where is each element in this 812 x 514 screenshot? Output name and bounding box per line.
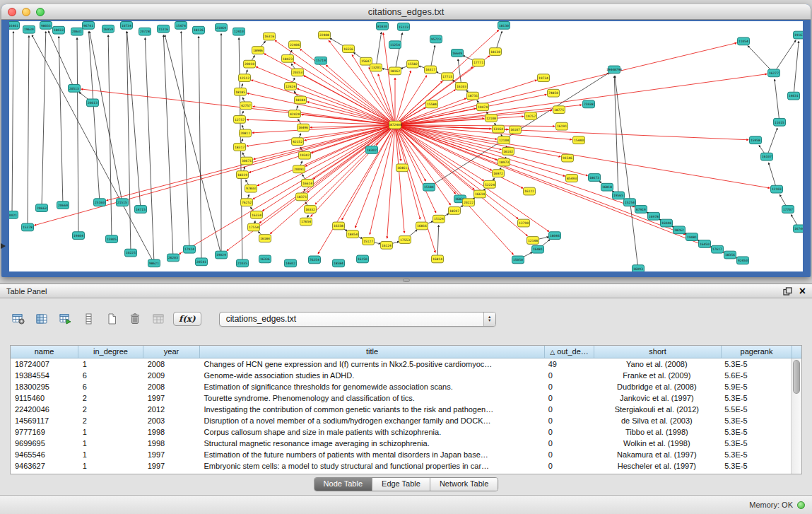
graph-node[interactable]: 18673 xyxy=(589,174,601,182)
graph-node[interactable]: 18185 xyxy=(235,88,247,95)
graph-node[interactable]: 20541 xyxy=(196,258,208,266)
graph-node[interactable]: 18423 xyxy=(282,54,294,62)
create-column-button[interactable] xyxy=(103,310,120,327)
graph-node[interactable]: 12148 xyxy=(527,237,539,245)
graph-node[interactable]: 19163 xyxy=(794,31,804,39)
column-header-title[interactable]: title xyxy=(200,346,545,358)
graph-node[interactable]: 18130 xyxy=(498,21,510,29)
graph-node[interactable]: 15440 xyxy=(573,136,585,144)
graph-node[interactable]: 16450 xyxy=(699,240,711,248)
graph-node[interactable]: 16461 xyxy=(9,21,20,29)
graph-node[interactable]: 26203 xyxy=(167,254,180,262)
column-settings-button[interactable] xyxy=(10,310,27,327)
graph-node[interactable]: 21035 xyxy=(237,259,249,267)
graph-node[interactable]: 15184 xyxy=(423,183,435,191)
float-panel-button[interactable] xyxy=(783,287,792,296)
graph-node[interactable]: 16332 xyxy=(305,206,317,214)
network-canvas[interactable]: 1646119639980331803320631967411695910734… xyxy=(9,21,803,271)
delete-column-button[interactable] xyxy=(126,310,143,327)
graph-node[interactable]: 92450 xyxy=(737,257,749,264)
network-table-select[interactable]: citations_edges.txt ▲▼ xyxy=(219,312,496,327)
graph-node[interactable]: 18262 xyxy=(673,226,686,234)
graph-node[interactable]: 12104 xyxy=(498,136,510,144)
graph-node[interactable]: 16649 xyxy=(452,49,464,57)
graph-node[interactable]: 16277 xyxy=(768,69,780,77)
graph-node[interactable]: 18302 xyxy=(366,146,378,154)
graph-node[interactable]: 21069 xyxy=(216,23,228,31)
table-row[interactable]: 977716911998Corpus callosum shape and si… xyxy=(11,426,791,438)
graph-node[interactable]: 16093 xyxy=(632,265,645,271)
graph-node[interactable]: 18946 xyxy=(252,47,264,54)
graph-node[interactable]: 76252 xyxy=(241,199,253,206)
table-row[interactable]: 1456911722003Disruption of a novel membe… xyxy=(11,415,791,426)
graph-node[interactable]: 16496 xyxy=(298,124,310,132)
table-row[interactable]: 969969511998Structural magnetic resonanc… xyxy=(11,438,791,449)
row-options-button[interactable] xyxy=(80,310,97,327)
graph-node[interactable]: 19757 xyxy=(525,112,537,120)
function-builder-button[interactable]: f(x) xyxy=(173,312,201,326)
graph-node[interactable]: 18584 xyxy=(333,259,345,267)
graph-node[interactable]: 15582 xyxy=(407,60,419,68)
graph-node[interactable]: 16481 xyxy=(532,245,544,253)
graph-node[interactable]: 67919 xyxy=(635,206,647,214)
graph-node[interactable]: 20728 xyxy=(139,28,151,35)
graph-node[interactable]: 96741 xyxy=(83,21,95,29)
graph-node[interactable]: 15123 xyxy=(398,23,410,30)
graph-node[interactable]: 19639 xyxy=(23,25,35,33)
close-window-button[interactable] xyxy=(8,8,16,16)
graph-node[interactable]: 15378 xyxy=(22,223,34,231)
graph-node[interactable]: 20669 xyxy=(57,201,69,209)
graph-node[interactable]: 12108 xyxy=(486,115,498,122)
graph-node[interactable]: 16614 xyxy=(302,179,314,187)
close-panel-button[interactable]: × xyxy=(799,286,806,297)
graph-node[interactable]: 18597 xyxy=(449,207,461,215)
graph-node[interactable]: 18775 xyxy=(553,106,565,114)
graph-node[interactable]: 16814 xyxy=(432,255,444,263)
graph-node[interactable]: 76254 xyxy=(309,256,321,264)
graph-node[interactable]: 16972 xyxy=(493,170,505,177)
graph-node[interactable]: 16124 xyxy=(381,241,393,249)
edit-table-button[interactable] xyxy=(57,310,73,327)
graph-node[interactable]: 16184 xyxy=(259,235,271,243)
graph-node[interactable]: 18046 xyxy=(549,232,561,240)
column-header-short[interactable]: short xyxy=(594,346,722,358)
graph-node[interactable]: 15050 xyxy=(512,256,524,264)
graph-node[interactable]: 11254 xyxy=(389,41,401,49)
graph-node[interactable]: 18731 xyxy=(467,92,479,100)
panel-expander-icon[interactable] xyxy=(1,243,6,249)
graph-node[interactable]: 18162 xyxy=(389,67,401,75)
table-row[interactable]: 946554611997Estimation of the future num… xyxy=(11,449,791,460)
column-header-pagerank[interactable]: pagerank xyxy=(722,346,792,358)
graph-node[interactable]: 21515 xyxy=(117,199,129,206)
graph-node[interactable]: 75938 xyxy=(583,100,595,108)
graph-node[interactable]: 16107 xyxy=(510,126,522,134)
graph-node[interactable]: 74850 xyxy=(548,89,560,97)
graph-node[interactable]: 18126 xyxy=(193,26,205,34)
graph-node[interactable]: 20353 xyxy=(292,69,304,76)
column-header-out_degree[interactable]: △out_de… xyxy=(545,346,594,358)
graph-node[interactable]: 19481 xyxy=(686,233,698,241)
graph-node[interactable]: 1872400 xyxy=(388,121,402,129)
graph-node[interactable]: 20663 xyxy=(36,204,48,212)
graph-node[interactable]: 16334 xyxy=(251,211,263,218)
graph-node[interactable]: 98033 xyxy=(40,21,52,29)
graph-node[interactable]: 17771 xyxy=(473,59,485,66)
graph-node[interactable]: 12624 xyxy=(285,83,297,90)
import-table-button[interactable] xyxy=(150,310,167,327)
graph-node[interactable]: 16150 xyxy=(357,255,369,263)
graph-node[interactable]: 13790 xyxy=(518,219,530,227)
graph-node[interactable]: 12512 xyxy=(239,74,251,82)
graph-node[interactable]: 16191 xyxy=(556,122,568,130)
table-row[interactable]: 2242004622012Investigating the contribut… xyxy=(11,404,791,415)
graph-node[interactable]: 10225 xyxy=(125,249,137,257)
graph-node[interactable]: 16122 xyxy=(524,187,536,195)
graph-node[interactable]: 97833 xyxy=(245,185,257,192)
graph-node[interactable]: 15124 xyxy=(433,215,445,223)
graph-node[interactable]: 18317 xyxy=(234,144,246,151)
graph-node[interactable]: 42424 xyxy=(289,110,301,118)
scrollbar-thumb[interactable] xyxy=(793,360,800,394)
graph-node[interactable]: 18130 xyxy=(490,48,502,56)
vertical-scrollbar[interactable] xyxy=(791,358,801,474)
graph-node[interactable]: 20010 xyxy=(244,60,256,68)
graph-node[interactable]: 16336 xyxy=(259,255,271,263)
